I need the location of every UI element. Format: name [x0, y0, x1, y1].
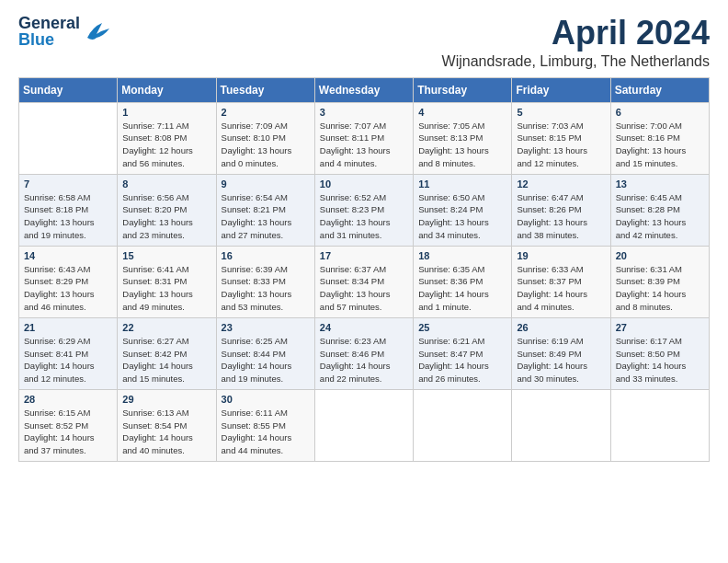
day-info: Sunrise: 6:39 AMSunset: 8:33 PMDaylight:…: [222, 263, 310, 314]
day-info: Sunrise: 7:07 AMSunset: 8:11 PMDaylight:…: [320, 120, 408, 170]
day-info: Sunrise: 6:37 AMSunset: 8:34 PMDaylight:…: [320, 263, 408, 314]
calendar-cell: 21Sunrise: 6:29 AMSunset: 8:41 PMDayligh…: [19, 317, 118, 389]
weekday-header-saturday: Saturday: [610, 77, 709, 102]
day-info: Sunrise: 6:43 AMSunset: 8:29 PMDaylight:…: [24, 263, 112, 314]
weekday-header-friday: Friday: [512, 77, 610, 102]
logo: General Blue: [18, 15, 109, 48]
day-info: Sunrise: 7:09 AMSunset: 8:10 PMDaylight:…: [222, 120, 310, 170]
day-number: 14: [24, 250, 112, 261]
day-number: 9: [222, 178, 310, 190]
title-block: April 2024 Wijnandsrade, Limburg, The Ne…: [442, 15, 710, 70]
weekday-header-thursday: Thursday: [414, 77, 512, 102]
day-number: 23: [222, 322, 310, 333]
day-number: 26: [517, 322, 605, 333]
day-info: Sunrise: 6:35 AMSunset: 8:36 PMDaylight:…: [418, 263, 506, 314]
day-number: 6: [616, 107, 704, 118]
calendar-cell: 11Sunrise: 6:50 AMSunset: 8:24 PMDayligh…: [414, 174, 512, 246]
day-number: 28: [24, 394, 112, 405]
day-number: 10: [320, 178, 408, 190]
calendar-week-row: 14Sunrise: 6:43 AMSunset: 8:29 PMDayligh…: [19, 246, 710, 317]
calendar-cell: 4Sunrise: 7:05 AMSunset: 8:13 PMDaylight…: [414, 102, 512, 174]
day-info: Sunrise: 6:11 AMSunset: 8:55 PMDaylight:…: [222, 407, 310, 457]
day-info: Sunrise: 6:21 AMSunset: 8:47 PMDaylight:…: [418, 335, 506, 385]
weekday-header-tuesday: Tuesday: [216, 77, 314, 102]
day-info: Sunrise: 7:03 AMSunset: 8:15 PMDaylight:…: [517, 120, 605, 170]
calendar-cell: 26Sunrise: 6:19 AMSunset: 8:49 PMDayligh…: [512, 317, 610, 389]
weekday-header-row: SundayMondayTuesdayWednesdayThursdayFrid…: [19, 77, 710, 102]
day-info: Sunrise: 6:17 AMSunset: 8:50 PMDaylight:…: [616, 335, 704, 385]
day-number: 30: [222, 394, 310, 405]
calendar-cell: 2Sunrise: 7:09 AMSunset: 8:10 PMDaylight…: [216, 102, 314, 174]
calendar-cell: 25Sunrise: 6:21 AMSunset: 8:47 PMDayligh…: [414, 317, 512, 389]
page: General Blue April 2024 Wijnandsrade, Li…: [0, 0, 728, 471]
calendar-week-row: 28Sunrise: 6:15 AMSunset: 8:52 PMDayligh…: [19, 389, 710, 461]
calendar-cell: 14Sunrise: 6:43 AMSunset: 8:29 PMDayligh…: [19, 246, 118, 317]
day-number: 17: [320, 250, 408, 261]
day-info: Sunrise: 6:33 AMSunset: 8:37 PMDaylight:…: [517, 263, 605, 314]
day-info: Sunrise: 7:05 AMSunset: 8:13 PMDaylight:…: [418, 120, 506, 170]
day-info: Sunrise: 6:47 AMSunset: 8:26 PMDaylight:…: [517, 191, 605, 242]
day-number: 16: [222, 250, 310, 261]
calendar-body: 1Sunrise: 7:11 AMSunset: 8:08 PMDaylight…: [19, 102, 710, 461]
day-number: 11: [418, 178, 506, 190]
calendar-cell: 12Sunrise: 6:47 AMSunset: 8:26 PMDayligh…: [512, 174, 610, 246]
logo-bird-icon: [84, 21, 109, 41]
header: General Blue April 2024 Wijnandsrade, Li…: [18, 15, 710, 70]
day-info: Sunrise: 6:13 AMSunset: 8:54 PMDaylight:…: [122, 407, 210, 457]
calendar-cell: 6Sunrise: 7:00 AMSunset: 8:16 PMDaylight…: [610, 102, 709, 174]
calendar-cell: 19Sunrise: 6:33 AMSunset: 8:37 PMDayligh…: [512, 246, 610, 317]
calendar-cell: 27Sunrise: 6:17 AMSunset: 8:50 PMDayligh…: [610, 317, 709, 389]
day-info: Sunrise: 7:11 AMSunset: 8:08 PMDaylight:…: [122, 120, 210, 170]
main-title: April 2024: [442, 15, 710, 52]
weekday-header-wednesday: Wednesday: [314, 77, 413, 102]
day-number: 25: [418, 322, 506, 333]
day-info: Sunrise: 6:45 AMSunset: 8:28 PMDaylight:…: [616, 191, 704, 242]
calendar-week-row: 1Sunrise: 7:11 AMSunset: 8:08 PMDaylight…: [19, 102, 710, 174]
calendar-cell: 5Sunrise: 7:03 AMSunset: 8:15 PMDaylight…: [512, 102, 610, 174]
day-info: Sunrise: 6:25 AMSunset: 8:44 PMDaylight:…: [222, 335, 310, 385]
day-number: 3: [320, 107, 408, 118]
day-number: 20: [616, 250, 704, 261]
day-number: 27: [616, 322, 704, 333]
day-number: 5: [517, 107, 605, 118]
calendar-cell: [314, 389, 413, 461]
weekday-header-sunday: Sunday: [19, 77, 118, 102]
calendar-cell: [414, 389, 512, 461]
calendar-cell: 30Sunrise: 6:11 AMSunset: 8:55 PMDayligh…: [216, 389, 314, 461]
calendar-cell: 18Sunrise: 6:35 AMSunset: 8:36 PMDayligh…: [414, 246, 512, 317]
weekday-header-monday: Monday: [118, 77, 216, 102]
calendar-cell: 24Sunrise: 6:23 AMSunset: 8:46 PMDayligh…: [314, 317, 413, 389]
calendar-cell: 28Sunrise: 6:15 AMSunset: 8:52 PMDayligh…: [19, 389, 118, 461]
calendar-header: SundayMondayTuesdayWednesdayThursdayFrid…: [19, 77, 710, 102]
day-number: 1: [122, 107, 210, 118]
day-info: Sunrise: 6:29 AMSunset: 8:41 PMDaylight:…: [24, 335, 112, 385]
calendar-cell: 9Sunrise: 6:54 AMSunset: 8:21 PMDaylight…: [216, 174, 314, 246]
day-info: Sunrise: 6:41 AMSunset: 8:31 PMDaylight:…: [122, 263, 210, 314]
calendar-cell: 10Sunrise: 6:52 AMSunset: 8:23 PMDayligh…: [314, 174, 413, 246]
day-number: 2: [222, 107, 310, 118]
day-info: Sunrise: 6:56 AMSunset: 8:20 PMDaylight:…: [122, 191, 210, 242]
day-number: 7: [24, 178, 112, 190]
calendar-cell: 16Sunrise: 6:39 AMSunset: 8:33 PMDayligh…: [216, 246, 314, 317]
day-number: 18: [418, 250, 506, 261]
calendar-cell: 7Sunrise: 6:58 AMSunset: 8:18 PMDaylight…: [19, 174, 118, 246]
calendar-cell: 23Sunrise: 6:25 AMSunset: 8:44 PMDayligh…: [216, 317, 314, 389]
day-info: Sunrise: 6:50 AMSunset: 8:24 PMDaylight:…: [418, 191, 506, 242]
day-number: 8: [122, 178, 210, 190]
calendar-table: SundayMondayTuesdayWednesdayThursdayFrid…: [18, 77, 710, 462]
day-info: Sunrise: 6:54 AMSunset: 8:21 PMDaylight:…: [222, 191, 310, 242]
day-number: 13: [616, 178, 704, 190]
day-number: 15: [122, 250, 210, 261]
calendar-cell: 29Sunrise: 6:13 AMSunset: 8:54 PMDayligh…: [118, 389, 216, 461]
calendar-cell: 20Sunrise: 6:31 AMSunset: 8:39 PMDayligh…: [610, 246, 709, 317]
day-info: Sunrise: 6:19 AMSunset: 8:49 PMDaylight:…: [517, 335, 605, 385]
day-number: 4: [418, 107, 506, 118]
calendar-cell: 1Sunrise: 7:11 AMSunset: 8:08 PMDaylight…: [118, 102, 216, 174]
subtitle: Wijnandsrade, Limburg, The Netherlands: [442, 53, 710, 70]
day-number: 29: [122, 394, 210, 405]
day-number: 21: [24, 322, 112, 333]
calendar-cell: 15Sunrise: 6:41 AMSunset: 8:31 PMDayligh…: [118, 246, 216, 317]
day-number: 24: [320, 322, 408, 333]
day-info: Sunrise: 6:58 AMSunset: 8:18 PMDaylight:…: [24, 191, 112, 242]
calendar-week-row: 21Sunrise: 6:29 AMSunset: 8:41 PMDayligh…: [19, 317, 710, 389]
